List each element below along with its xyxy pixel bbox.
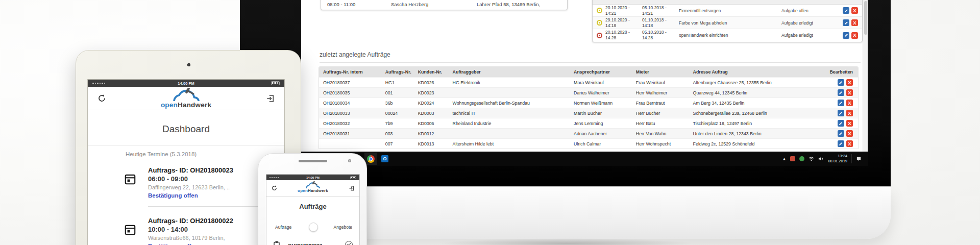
edit-button[interactable]	[838, 89, 844, 96]
delete-button[interactable]: X	[846, 110, 853, 116]
cell-mieter: Herr Van Wahn	[632, 131, 689, 136]
col-auftrags-nr: Auftrags-Nr.	[381, 69, 414, 75]
order-id: Auftrags- ID: OH201800022	[148, 217, 233, 225]
orders-table-header: Auftrags-Nr. intern Auftrags-Nr. Kunden-…	[319, 67, 858, 77]
edit-button[interactable]	[838, 130, 844, 137]
tray-expand-icon[interactable]: ▲	[782, 157, 787, 161]
speaker-icon[interactable]	[818, 156, 824, 161]
cell-mieter: Herr Batu	[632, 121, 689, 126]
task-row: 20.10.2028 - 14:28 05.10.2018 - 14:28 op…	[593, 29, 862, 41]
order-row: OH20180032 7b9 KD0005 Rheinland Industri…	[319, 118, 858, 128]
phone-speaker	[299, 160, 327, 162]
edit-button[interactable]	[838, 120, 844, 127]
taskbar-clock[interactable]: 13:24 08.01.2019	[828, 154, 847, 164]
col-auftrags-nr-intern: Auftrags-Nr. intern	[319, 69, 381, 75]
order-row: OH20180035 001 KD0023 Darius Walheimer H…	[319, 87, 858, 97]
confirmation-link[interactable]: Bestätigung offen	[148, 191, 233, 200]
order-time: 10:00 - 14:00	[148, 225, 233, 234]
scrollbar-thumb[interactable]	[864, 1, 867, 35]
order-row: OH20180037 HG1 KD0026 HG Elektronik Mara…	[319, 77, 858, 87]
task-title: Farbe von Mega abholen	[679, 20, 778, 26]
cell-auftrags-nr: 7b9	[381, 121, 414, 126]
page-title: Dashboard	[88, 124, 284, 135]
order-list-item[interactable]: OH2018000023	[266, 240, 359, 245]
phone-camera	[348, 159, 351, 162]
cell-kunden-nr: KD0026	[414, 80, 449, 85]
cell-auftraggeber: Wohnungsgesellschaft Berlin-Spandau	[449, 101, 570, 106]
outlook-taskbar-button[interactable]: O	[379, 153, 391, 165]
cell-mieter: Frau Weinkauf	[632, 80, 689, 85]
dashboard-appointment-item[interactable]: Auftrags- ID: OH201800023 06:00 - 09:00 …	[88, 162, 284, 200]
dashboard-appointment-item[interactable]: Auftrags- ID: OH201800022 10:00 - 14:00 …	[88, 213, 284, 245]
taskbar-divider	[851, 154, 852, 163]
cell-adresse: Tischlerplatz 18, 12497 Berlin	[689, 121, 820, 126]
edit-button[interactable]	[843, 19, 849, 26]
tasks-card: 20.10.2020 - 14:21 05.10.2018 - 14:21 Fi…	[592, 0, 863, 42]
statusbar-time: 14:00 PM	[266, 176, 359, 179]
cell-auftrags-nr: 003	[381, 131, 414, 136]
cell-adresse: Feldweg 2c, 12529 Schönefeld	[689, 141, 820, 146]
tab-auftraege[interactable]: Aufträge	[275, 225, 291, 230]
phone-device: 14:00 PM openHandwerk Aufträge	[258, 153, 367, 245]
browser-scrollbar[interactable]	[863, 0, 868, 152]
cell-kunden-nr: KD0003	[414, 111, 449, 116]
refresh-button[interactable]	[97, 93, 107, 103]
delete-button[interactable]: X	[846, 140, 853, 147]
pencil-icon	[839, 132, 843, 136]
pencil-icon	[844, 33, 848, 37]
tab-angebote[interactable]: Angebote	[334, 225, 352, 230]
monitor-screen: 08:00 - 11:00 Sascha Herzberg Lahrer Pfa…	[301, 0, 868, 166]
tray-app-icon-red[interactable]	[790, 156, 795, 161]
toggle-knob[interactable]	[309, 223, 318, 232]
delete-button[interactable]: X	[851, 7, 858, 14]
edit-button[interactable]	[843, 32, 849, 39]
cell-mieter: Herr Wohnspecht	[632, 141, 689, 146]
cell-auftrags-nr-intern: OH20180037	[319, 80, 381, 85]
task-date-start: 20.10.2028 - 14:28	[605, 30, 639, 40]
network-icon[interactable]	[808, 156, 814, 161]
task-status-icon	[597, 20, 602, 26]
appointment-time: 08:00 - 11:00	[327, 2, 355, 7]
col-ansprechpartner: Ansprechpartner	[570, 69, 632, 75]
edit-button[interactable]	[838, 140, 844, 147]
phone-statusbar: 14:00 PM	[266, 175, 359, 180]
delete-button[interactable]: X	[846, 79, 853, 86]
delete-button[interactable]: X	[851, 32, 858, 39]
delete-button[interactable]: X	[846, 100, 853, 106]
refresh-icon	[271, 185, 278, 191]
cell-kunden-nr: KD0005	[414, 121, 449, 126]
cell-auftraggeber: Rheinland Industrie	[449, 121, 570, 126]
promo-scene: 08:00 - 11:00 Sascha Herzberg Lahrer Pfa…	[0, 0, 980, 245]
delete-button[interactable]: X	[846, 130, 853, 137]
navigate-icon[interactable]	[345, 241, 353, 245]
tray-app-icon-green[interactable]	[799, 156, 804, 161]
order-row: OH20180033 00024 KD0003 technical IT Mar…	[319, 108, 858, 118]
logout-button[interactable]	[266, 94, 275, 103]
delete-button[interactable]: X	[846, 120, 853, 127]
refresh-button[interactable]	[271, 185, 278, 191]
edit-button[interactable]	[838, 79, 844, 86]
cell-adresse: Altenburger Chaussee 25, 12355 Berlin	[689, 80, 820, 85]
monitor-shadow	[439, 238, 694, 245]
action-center-icon[interactable]	[856, 156, 862, 162]
cell-auftrags-nr-intern: OH20180033	[319, 111, 381, 116]
edit-button[interactable]	[838, 100, 844, 106]
pencil-icon	[839, 142, 843, 146]
statusbar-time: 14:00 PM	[88, 81, 284, 86]
cell-adresse: Unter den Linden 28, 12343 Berlin	[689, 131, 820, 136]
col-kunden-nr: Kunden-Nr.	[414, 69, 449, 75]
confirmation-link[interactable]: Bestätigung offen	[148, 242, 233, 245]
task-date-start: 29.10.2020 - 14:18	[605, 17, 639, 28]
task-status-icon	[597, 8, 602, 13]
edit-button[interactable]	[838, 110, 844, 116]
page-title: Aufträge	[266, 203, 359, 210]
chrome-taskbar-button[interactable]	[364, 153, 377, 165]
logout-button[interactable]	[349, 185, 355, 191]
delete-button[interactable]: X	[846, 89, 853, 96]
order-row: 007 KD0013 Altersheim Hilde lebt Ulrich …	[319, 138, 858, 149]
cell-adresse: Quarzweg 44, 12345 Berlin	[689, 90, 820, 95]
cell-ansprechpartner: Jens Lemming	[570, 121, 632, 126]
delete-button[interactable]: X	[851, 19, 858, 26]
pencil-icon	[839, 81, 843, 85]
edit-button[interactable]	[843, 7, 849, 14]
